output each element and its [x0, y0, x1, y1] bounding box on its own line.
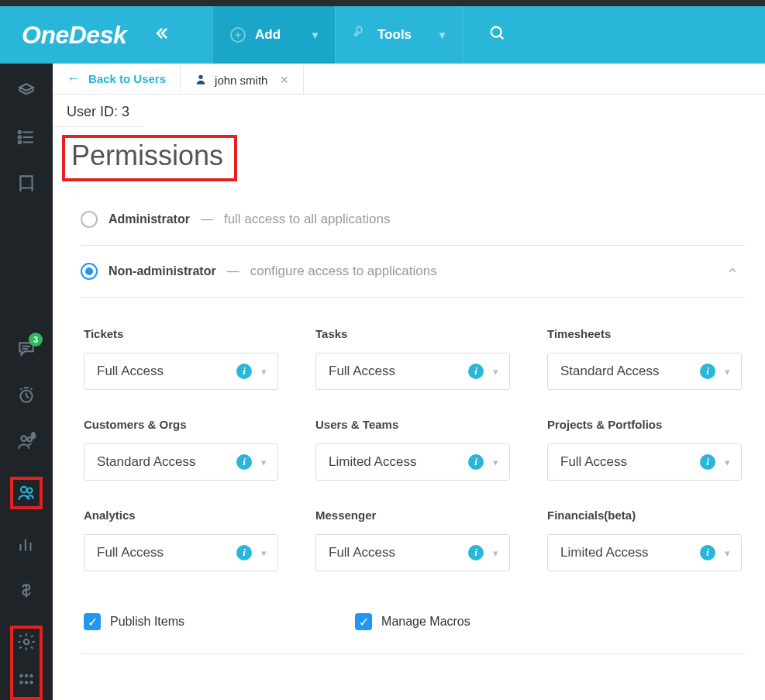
user-id-row: User ID: 3 — [53, 95, 143, 127]
chevron-down-icon: ▾ — [258, 547, 270, 559]
nav-projects-icon[interactable] — [15, 172, 38, 195]
info-icon[interactable]: i — [236, 454, 252, 470]
svg-point-28 — [19, 681, 22, 684]
svg-line-1 — [499, 35, 503, 39]
window-top-strip — [0, 0, 765, 6]
perm-analytics: Analytics Full Access i ▾ — [84, 509, 278, 571]
svg-point-6 — [19, 136, 21, 138]
close-tab-icon[interactable]: ✕ — [280, 74, 289, 86]
info-icon[interactable]: i — [468, 364, 484, 379]
add-button[interactable]: + Add ▾ — [212, 6, 335, 64]
tools-label: Tools — [377, 27, 412, 43]
checkbox-icon: ✓ — [84, 613, 101, 630]
nav-tickets-icon[interactable] — [15, 79, 38, 102]
app-header: OneDesk + Add ▾ Tools ▾ — [0, 6, 765, 64]
perm-financials-select[interactable]: Limited Access i ▾ — [547, 534, 742, 571]
radio-admin[interactable] — [81, 211, 98, 228]
perm-timesheets-select[interactable]: Standard Access i ▾ — [547, 353, 742, 390]
svg-point-16 — [22, 436, 27, 441]
chevron-down-icon: ▾ — [312, 29, 318, 41]
info-icon[interactable]: i — [468, 454, 484, 470]
nav-customers-icon[interactable]: $ — [15, 430, 38, 453]
nav-financials-icon[interactable] — [15, 579, 38, 602]
chevron-down-icon: ▾ — [258, 366, 270, 378]
perm-messenger: Messenger Full Access i ▾ — [315, 509, 510, 571]
perm-messenger-select[interactable]: Full Access i ▾ — [315, 534, 510, 571]
admin-desc: full access to all applications — [224, 212, 391, 227]
perm-tickets-select[interactable]: Full Access i ▾ — [84, 353, 278, 390]
highlight-box-settings-apps — [10, 626, 43, 700]
publish-items-checkbox[interactable]: ✓ Publish Items — [84, 613, 184, 630]
nonadmin-role-row[interactable]: Non-administrator — configure access to … — [81, 246, 745, 298]
perm-customers: Customers & Orgs Standard Access i ▾ — [84, 418, 278, 481]
collapse-sidebar-button[interactable] — [154, 26, 170, 45]
back-label: Back to Users — [88, 72, 166, 85]
nav-apps-icon[interactable] — [15, 667, 38, 691]
svg-point-27 — [29, 674, 33, 678]
search-button[interactable] — [462, 6, 532, 64]
tab-bar: ← Back to Users john smith ✕ — [53, 64, 765, 95]
svg-point-25 — [19, 674, 22, 678]
nonadmin-label: Non-administrator — [109, 264, 216, 278]
add-label: Add — [255, 27, 281, 43]
info-icon[interactable]: i — [468, 545, 484, 560]
perm-analytics-select[interactable]: Full Access i ▾ — [84, 534, 278, 571]
info-icon[interactable]: i — [236, 364, 252, 379]
svg-point-24 — [24, 640, 29, 645]
logo-section: OneDesk — [0, 6, 212, 64]
nonadmin-desc: configure access to applications — [250, 264, 437, 279]
nav-chat-icon[interactable]: 3 — [15, 337, 38, 360]
svg-point-20 — [27, 488, 33, 494]
svg-point-30 — [29, 681, 33, 684]
back-to-users-tab[interactable]: ← Back to Users — [53, 64, 181, 94]
perm-customers-select[interactable]: Standard Access i ▾ — [84, 443, 278, 481]
chevron-down-icon: ▾ — [490, 457, 501, 468]
perm-users-select[interactable]: Limited Access i ▾ — [315, 443, 510, 481]
user-tab[interactable]: john smith ✕ — [181, 64, 304, 94]
permissions-heading: Permissions — [71, 140, 223, 171]
permissions-grid: Tickets Full Access i ▾ Tasks Full Acces… — [81, 298, 745, 591]
admin-role-row[interactable]: Administrator — full access to all appli… — [81, 194, 745, 246]
svg-point-7 — [19, 141, 21, 143]
back-arrow-icon: ← — [67, 71, 81, 87]
search-icon — [489, 25, 506, 46]
info-icon[interactable]: i — [700, 545, 715, 560]
svg-line-15 — [26, 396, 29, 398]
svg-point-29 — [25, 681, 28, 684]
nav-settings-icon[interactable] — [15, 630, 38, 653]
svg-point-19 — [21, 487, 27, 493]
chevron-down-icon: ▾ — [722, 547, 733, 559]
tools-button[interactable]: Tools ▾ — [335, 6, 462, 64]
extra-perms-row: ✓ Publish Items ✓ Manage Macros — [81, 591, 745, 654]
chevron-down-icon: ▾ — [490, 366, 501, 378]
info-icon[interactable]: i — [700, 364, 715, 379]
svg-point-31 — [198, 74, 202, 78]
manage-macros-checkbox[interactable]: ✓ Manage Macros — [355, 613, 470, 630]
collapse-section-icon[interactable] — [726, 264, 745, 279]
nav-timesheets-icon[interactable] — [15, 384, 38, 407]
info-icon[interactable]: i — [236, 545, 252, 560]
perm-financials: Financials(beta) Limited Access i ▾ — [547, 509, 742, 571]
checkbox-icon: ✓ — [355, 613, 372, 630]
left-sidebar: 3 $ — [0, 64, 53, 700]
chevron-down-icon: ▾ — [490, 547, 501, 559]
app-logo: OneDesk — [22, 21, 126, 50]
perm-tasks-select[interactable]: Full Access i ▾ — [315, 353, 510, 390]
plus-circle-icon: + — [230, 27, 246, 43]
main-content: ← Back to Users john smith ✕ User ID: 3 … — [53, 64, 765, 700]
chevron-down-icon: ▾ — [722, 366, 733, 378]
svg-point-0 — [491, 26, 501, 36]
nav-tasks-icon[interactable] — [15, 126, 38, 149]
chevron-down-icon: ▾ — [439, 29, 445, 41]
user-id: User ID: 3 — [67, 104, 129, 119]
info-icon[interactable]: i — [700, 454, 715, 470]
admin-label: Administrator — [109, 212, 190, 226]
perm-tickets: Tickets Full Access i ▾ — [84, 327, 278, 390]
svg-point-5 — [19, 131, 21, 133]
nav-users-icon[interactable] — [15, 481, 38, 505]
svg-text:$: $ — [32, 432, 36, 440]
nav-analytics-icon[interactable] — [15, 533, 38, 556]
highlight-box-users-nav — [10, 477, 43, 509]
radio-nonadmin[interactable] — [81, 263, 98, 280]
perm-projects-select[interactable]: Full Access i ▾ — [547, 443, 742, 481]
